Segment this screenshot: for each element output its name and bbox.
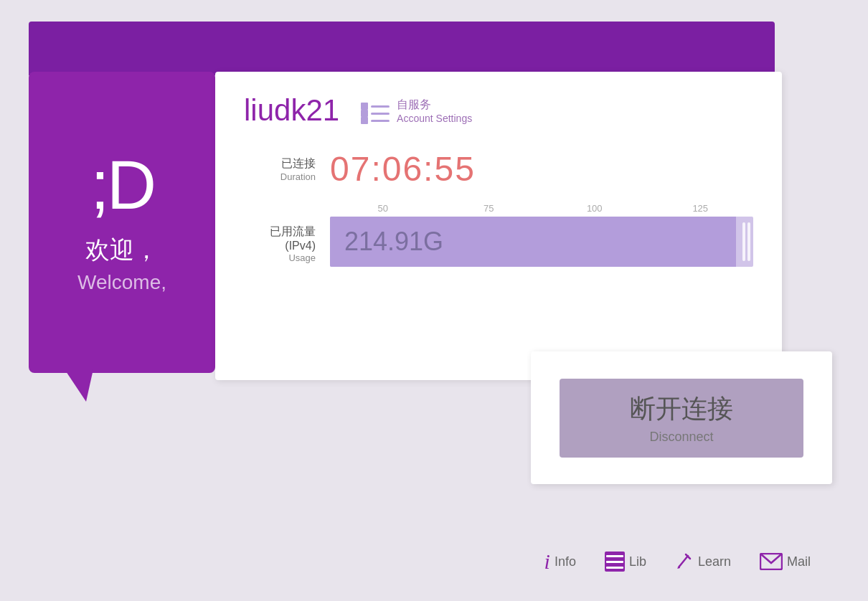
usage-row: 已用流量 (IPv4) Usage 50 75 100 125 214.91G bbox=[244, 203, 753, 267]
usage-label: 已用流量 (IPv4) Usage bbox=[244, 203, 330, 263]
progress-markers bbox=[742, 222, 750, 261]
nav-info-label: Info bbox=[555, 554, 576, 569]
settings-cn: 自服务 bbox=[397, 98, 472, 113]
nav-mail[interactable]: Mail bbox=[745, 546, 825, 577]
scale-100: 100 bbox=[542, 203, 648, 214]
disconnect-card: 断开连接 Disconnect bbox=[531, 351, 832, 484]
nav-lib[interactable]: Lib bbox=[590, 544, 661, 579]
account-settings-button[interactable]: 自服务 Account Settings bbox=[361, 98, 472, 124]
username: liudk21 bbox=[244, 93, 339, 128]
welcome-en: Welcome, bbox=[77, 271, 166, 294]
account-settings-text: 自服务 Account Settings bbox=[397, 98, 472, 124]
usage-value: 214.91G bbox=[344, 227, 443, 257]
logo-text: ;D bbox=[90, 151, 154, 219]
usage-label-en: Usage bbox=[244, 252, 316, 263]
duration-label-en: Duration bbox=[244, 171, 316, 182]
welcome-panel: ;D 欢迎， Welcome, bbox=[29, 72, 215, 373]
svg-line-0 bbox=[679, 556, 688, 567]
mail-icon bbox=[760, 553, 783, 570]
nav-learn-label: Learn bbox=[698, 554, 731, 569]
main-card: liudk21 自服务 Account Settings bbox=[215, 72, 782, 380]
scale-125: 125 bbox=[648, 203, 754, 214]
settings-en: Account Settings bbox=[397, 113, 472, 124]
nav-lib-label: Lib bbox=[629, 554, 646, 569]
disconnect-en: Disconnect bbox=[649, 430, 713, 445]
usage-label-ipv4: (IPv4) bbox=[244, 240, 316, 252]
card-header: liudk21 自服务 Account Settings bbox=[244, 93, 753, 128]
nav-mail-label: Mail bbox=[787, 554, 811, 569]
disconnect-button[interactable]: 断开连接 Disconnect bbox=[560, 379, 803, 458]
nav-info[interactable]: i Info bbox=[530, 542, 590, 581]
bottom-nav: i Info Lib Learn Mail bbox=[0, 529, 868, 594]
pencil-icon bbox=[675, 552, 694, 571]
lib-icon bbox=[605, 552, 625, 572]
usage-label-cn: 已用流量 bbox=[244, 224, 316, 240]
marker-bar-2 bbox=[747, 222, 750, 261]
duration-value: 07:06:55 bbox=[330, 149, 476, 189]
info-icon: i bbox=[544, 549, 550, 574]
disconnect-cn: 断开连接 bbox=[630, 392, 733, 427]
scale-row: 50 75 100 125 bbox=[330, 203, 753, 214]
progress-fill: 214.91G bbox=[330, 217, 736, 267]
account-settings-icon bbox=[361, 100, 390, 120]
scale-75: 75 bbox=[436, 203, 542, 214]
top-bar bbox=[29, 22, 775, 75]
progress-bar-container: 214.91G bbox=[330, 217, 753, 267]
welcome-cn: 欢迎， bbox=[85, 234, 159, 267]
usage-chart: 50 75 100 125 214.91G bbox=[330, 203, 753, 267]
duration-label: 已连接 Duration bbox=[244, 156, 330, 182]
scale-50: 50 bbox=[330, 203, 436, 214]
marker-bar-1 bbox=[742, 222, 745, 261]
nav-learn[interactable]: Learn bbox=[661, 545, 745, 578]
duration-label-cn: 已连接 bbox=[244, 156, 316, 171]
duration-row: 已连接 Duration 07:06:55 bbox=[244, 149, 753, 189]
